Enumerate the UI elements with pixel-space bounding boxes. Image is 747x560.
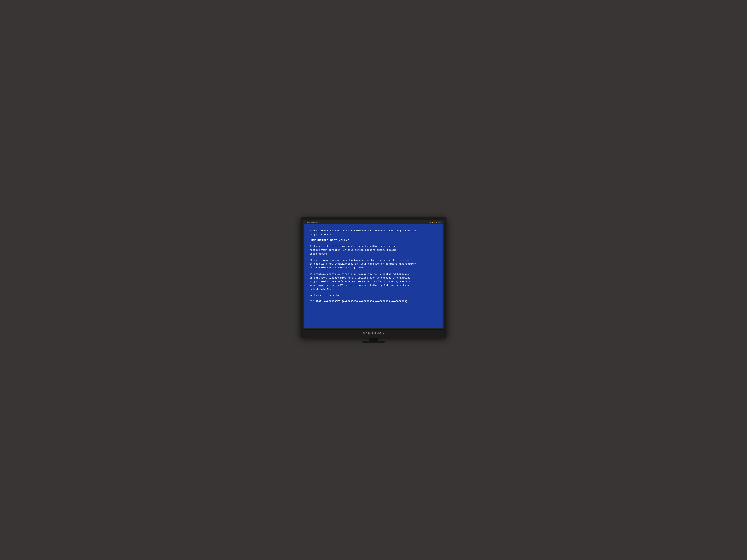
bsod-section2: Check to make sure any new hardware or s… bbox=[310, 259, 437, 270]
monitor-top-bar: SyncMaster 943 ⊞ ⚡ 🖥 50000:1 bbox=[305, 221, 442, 224]
bsod-tech-section: Technical information: bbox=[310, 294, 437, 297]
bsod-section2-text: Check to make sure any new hardware or s… bbox=[310, 259, 416, 269]
monitor-stand-base bbox=[362, 341, 385, 343]
monitor-brand-label: SyncMaster 943 bbox=[305, 222, 319, 223]
monitor-stand-neck bbox=[369, 338, 378, 341]
bsod-header-section: A problem has been detected and windows … bbox=[310, 229, 437, 237]
bsod-stop-line: *** STOP: 0x0000000ED (0x89A93C08,0xC000… bbox=[310, 300, 437, 303]
bsod-section3: If problems continue, disable or remove … bbox=[310, 272, 437, 291]
samsung-logo: SAMSUNG bbox=[363, 332, 382, 335]
display-icon: 🖥 bbox=[434, 222, 436, 223]
bsod-line1: A problem has been detected and windows … bbox=[310, 230, 418, 232]
bsod-section1: If this is the first time you've seen th… bbox=[310, 244, 437, 256]
bsod-screen: A problem has been detected and windows … bbox=[305, 224, 442, 328]
bsod-section1-text: If this is the first time you've seen th… bbox=[310, 245, 398, 256]
monitor: SyncMaster 943 ⊞ ⚡ 🖥 50000:1 A problem h… bbox=[301, 217, 446, 338]
bsod-tech-label: Technical information: bbox=[310, 294, 342, 297]
monitor-status-icons: ⊞ ⚡ 🖥 50000:1 bbox=[429, 221, 442, 224]
monitor-bezel: SyncMaster 943 ⊞ ⚡ 🖥 50000:1 A problem h… bbox=[303, 219, 444, 329]
ratio-label: 50000:1 bbox=[436, 222, 442, 223]
bsod-line2: to your computer. bbox=[310, 233, 334, 236]
monitor-bottom-bezel: SAMSUNG bbox=[303, 329, 444, 338]
power-indicator-dot bbox=[383, 333, 384, 334]
power-icon: ⚡ bbox=[431, 222, 433, 223]
bsod-error-code: UNMOUNTABLE_BOOT_VOLUME bbox=[310, 239, 437, 242]
bsod-section3-text: If problems continue, disable or remove … bbox=[310, 273, 412, 291]
windows-icon: ⊞ bbox=[429, 221, 431, 224]
